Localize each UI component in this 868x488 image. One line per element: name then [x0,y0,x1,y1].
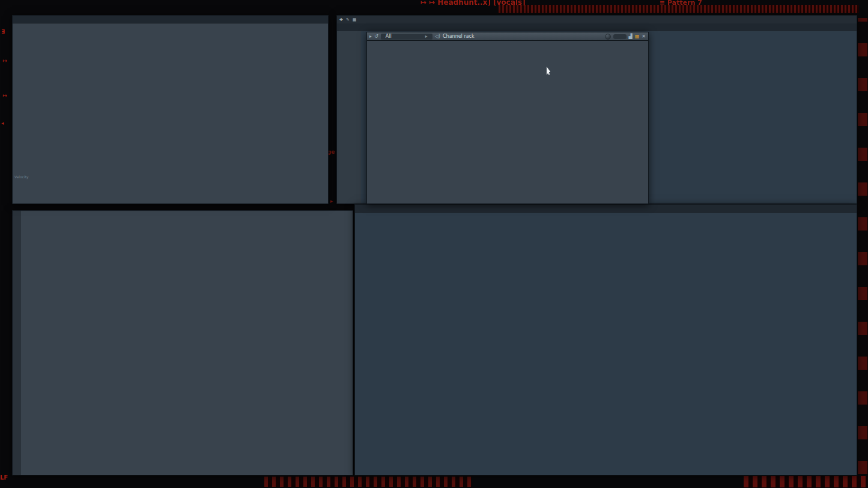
swing-display [613,34,627,39]
playlist-bottom-clip-area[interactable] [355,213,857,475]
background-art-bottom-right [744,476,867,487]
mixer-track-strip-area [20,211,353,475]
playlist-window-bottom [354,204,857,475]
keyboard-editor-icon[interactable]: ▦ [635,34,640,39]
channel-rack-titlebar: ▸ ↺ All ▸ ◁) Channel rack ▟ ▦ ✕ [367,32,648,41]
background-art-right-edge [858,18,867,474]
undo-icon[interactable]: ↺ [374,34,378,39]
playlist-top-timeline-ruler[interactable] [337,23,857,32]
channel-filter-dropdown[interactable]: All ▸ [381,34,432,40]
channel-rack-title: Channel rack [443,34,475,39]
paint-tool-icon[interactable]: ✎ [346,17,350,22]
swing-knob[interactable] [605,34,611,40]
slice-tool-icon[interactable]: ▦ [353,17,357,22]
background-art-bottom-left [264,477,472,487]
graph-editor-icon[interactable]: ▟ [629,34,633,39]
close-icon[interactable]: ✕ [642,34,646,39]
background-text-lf: LF [0,474,8,481]
piano-roll-window: Velocity [12,15,329,204]
piano-roll-ruler[interactable] [13,16,328,23]
velocity-label: Velocity [14,175,29,179]
draw-tool-icon[interactable]: ✚ [339,17,343,22]
channel-rack-window: ▸ ↺ All ▸ ◁) Channel rack ▟ ▦ ✕ [366,32,649,204]
background-waveform-strip-top [499,5,859,13]
desktop: ↦ ↦ Headhunt..x] [vocals] ≡ Pattern 7 Ǝ … [0,0,868,488]
speaker-icon: ◁) [435,34,440,39]
mixer-window [12,210,353,475]
playlist-top-track-headers [337,31,362,203]
play-icon[interactable]: ▸ [369,34,372,39]
piano-roll-note-grid[interactable] [13,23,327,203]
playlist-bottom-timeline-ruler[interactable] [355,205,857,214]
playlist-top-toolbar: ✚ ✎ ▦ [337,16,857,24]
